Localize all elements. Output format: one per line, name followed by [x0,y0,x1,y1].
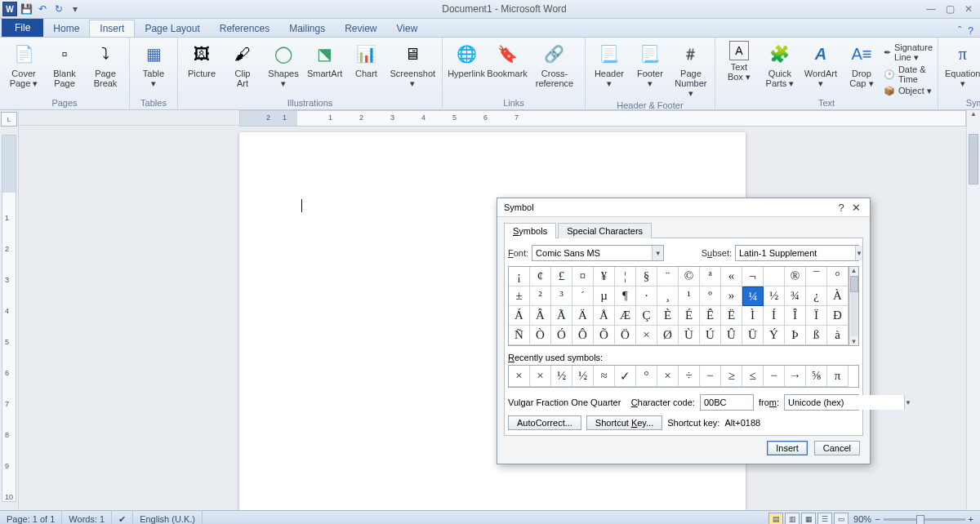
subset-combobox[interactable]: ▼ [735,245,859,261]
symbol-cell[interactable]: ª [700,267,721,286]
symbol-cell[interactable]: ½ [764,286,785,306]
symbol-cell[interactable]: Ó [551,326,572,345]
dialog-help-icon[interactable]: ? [834,202,849,214]
cross-reference-button[interactable]: 🔗Cross-reference [529,39,580,90]
symbol-grid-scrollbar[interactable]: ▲▼ [849,266,859,346]
symbol-cell[interactable]: Ü [742,326,764,345]
tab-references[interactable]: References [210,20,279,37]
word-app-icon[interactable]: W [2,2,17,16]
symbol-cell[interactable]: ¨ [657,267,679,286]
recent-symbol-cell[interactable]: ÷ [679,366,700,387]
close-icon[interactable]: ✕ [964,3,973,15]
symbol-cell[interactable]: É [679,306,700,326]
header-button[interactable]: 📃Header▾ [590,39,628,90]
subset-input[interactable] [736,246,855,260]
recent-symbol-cell[interactable]: ≥ [721,366,742,387]
wordart-button[interactable]: AWordArt▾ [802,39,840,90]
dialog-tab-special-characters[interactable]: Special Characters [558,223,652,238]
footer-button[interactable]: 📃Footer▾ [631,39,669,90]
autocorrect-button[interactable]: AutoCorrect... [508,415,581,430]
symbol-cell[interactable]: » [721,286,742,306]
recent-symbol-cell[interactable]: − [764,366,785,387]
symbol-cell[interactable]: £ [551,267,572,286]
symbol-cell[interactable]: ¾ [785,286,806,306]
quick-parts-button[interactable]: 🧩QuickParts ▾ [761,39,799,90]
blank-page-button[interactable]: ▫BlankPage [46,39,83,90]
symbol-cell[interactable]: ¹ [679,286,700,306]
symbol-cell[interactable]: ¤ [572,267,594,286]
tab-page-layout[interactable]: Page Layout [135,20,209,37]
recent-symbol-cell[interactable]: ≤ [742,366,764,387]
symbol-cell[interactable]: Ç [636,306,657,326]
vertical-scrollbar[interactable]: ▲ [966,110,980,510]
zoom-slider[interactable] [884,518,965,521]
chevron-down-icon[interactable]: ▼ [652,246,663,260]
symbol-cell[interactable]: Å [594,306,615,326]
recent-symbol-cell[interactable]: − [700,366,721,387]
symbol-cell[interactable]: § [636,267,657,286]
symbol-cell[interactable]: « [721,267,742,286]
cover-page-button[interactable]: 📄CoverPage ▾ [5,39,42,90]
symbol-cell[interactable]: ¥ [594,267,615,286]
tab-file[interactable]: File [2,19,43,37]
tab-mailings[interactable]: Mailings [279,20,335,37]
symbol-cell[interactable]: Á [509,306,530,326]
view-print-layout-icon[interactable]: ▤ [768,513,783,524]
view-outline-icon[interactable]: ☰ [817,513,832,524]
smartart-button[interactable]: ⬔SmartArt [305,39,344,80]
undo-icon[interactable]: ↶ [35,2,50,16]
shortcut-key-button[interactable]: Shortcut Key... [586,415,662,430]
symbol-cell[interactable]: × [636,326,657,345]
symbol-cell[interactable]: È [657,306,679,326]
symbol-cell[interactable]: Þ [785,326,806,345]
symbol-cell[interactable]: © [679,267,700,286]
symbol-cell[interactable]: À [827,286,849,306]
object-button[interactable]: 📦 Object ▾ [884,86,933,96]
symbol-cell[interactable]: ¸ [657,286,679,306]
drop-cap-button[interactable]: A≡DropCap ▾ [843,39,880,90]
recent-symbol-cell[interactable]: ½ [551,366,572,387]
symbol-cell[interactable]: Ù [679,326,700,345]
shapes-button[interactable]: ◯Shapes▾ [265,39,302,90]
dialog-tab-symbols[interactable]: Symbols [504,223,556,238]
chevron-down-icon[interactable]: ▼ [855,246,862,260]
symbol-cell[interactable]: Õ [594,326,615,345]
screenshot-button[interactable]: 🖥Screenshot▾ [388,39,437,90]
view-full-screen-icon[interactable]: ▥ [785,513,800,524]
view-web-icon[interactable]: ▦ [801,513,816,524]
from-input[interactable] [785,395,904,410]
tab-insert[interactable]: Insert [89,20,135,37]
symbol-cell[interactable]: ® [785,267,806,286]
character-code-input[interactable] [700,394,754,411]
symbol-cell[interactable]: ´ [572,286,594,306]
symbol-cell[interactable]: ³ [551,286,572,306]
status-page[interactable]: Page: 1 of 1 [0,511,62,524]
symbol-cell[interactable]: º [700,286,721,306]
bookmark-button[interactable]: 🔖Bookmark [488,39,526,80]
symbol-cell[interactable]: Ê [700,306,721,326]
chart-button[interactable]: 📊Chart [347,39,385,80]
date-time-button[interactable]: 🕑 Date & Time [884,64,933,84]
symbol-cell[interactable]: Æ [615,306,636,326]
qat-customize-icon[interactable]: ▾ [68,2,82,16]
symbol-cell[interactable]: ¡ [509,267,530,286]
zoom-level[interactable]: 90% [853,514,871,524]
symbol-cell[interactable]: ß [806,326,827,345]
redo-icon[interactable]: ↻ [51,2,66,16]
recent-symbol-cell[interactable]: × [530,366,551,387]
recent-symbol-cell[interactable]: × [657,366,679,387]
symbol-cell[interactable]: Ö [615,326,636,345]
symbol-cell[interactable]: ¬ [742,267,764,286]
chevron-down-icon[interactable]: ▼ [904,395,911,410]
symbol-cell[interactable]: ¶ [615,286,636,306]
symbol-cell[interactable]: Ý [764,326,785,345]
recent-symbols-grid[interactable]: ××½½≈✓°×÷−≥≤−→⅝π [508,365,859,388]
recent-symbol-cell[interactable]: → [785,366,806,387]
symbol-cell[interactable]: ² [530,286,551,306]
symbol-cell[interactable]: ° [827,267,849,286]
cancel-button[interactable]: Cancel [814,441,860,455]
symbol-cell[interactable]: Ð [827,306,849,326]
recent-symbol-cell[interactable]: ° [636,366,657,387]
symbol-cell[interactable]: ¯ [806,267,827,286]
font-input[interactable] [532,246,652,260]
